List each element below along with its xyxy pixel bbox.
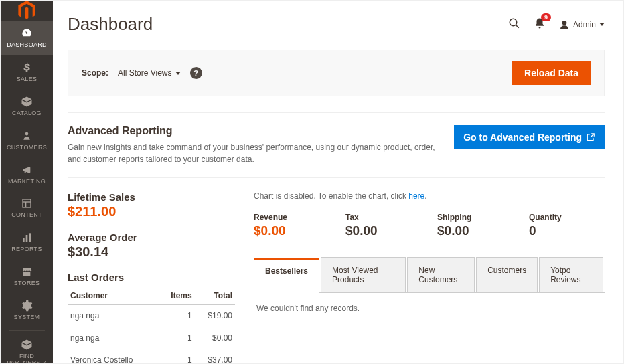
metric-value: $0.00 [437, 223, 513, 238]
nav-sales[interactable]: SALES [1, 55, 53, 89]
cell-total: $37.00 [195, 349, 235, 364]
tab-most-viewed[interactable]: Most Viewed Products [321, 257, 406, 292]
admin-label: Admin [573, 20, 596, 29]
advanced-title: Advanced Reporting [68, 125, 438, 137]
bars-icon [20, 231, 33, 244]
scope-select[interactable]: All Store Views [118, 68, 180, 78]
stat-value: $30.14 [68, 244, 235, 260]
tab-customers[interactable]: Customers [476, 257, 538, 292]
stat-value: $211.00 [68, 204, 235, 219]
chevron-down-icon [175, 72, 181, 75]
metrics-row: Revenue $0.00 Tax $0.00 Shipping $0.00 Q… [254, 213, 605, 238]
stat-title: Lifetime Sales [68, 191, 235, 203]
advanced-desc: Gain new insights and take command of yo… [68, 141, 438, 165]
svg-point-7 [510, 19, 517, 26]
cell-customer: Veronica Costello [68, 349, 159, 364]
stat-title: Average Order [68, 232, 235, 243]
svg-rect-6 [29, 234, 31, 242]
metric-value: $0.00 [345, 223, 421, 238]
metric-value: 0 [529, 223, 605, 238]
cell-customer: nga nga [68, 327, 159, 349]
cell-items: 1 [159, 305, 195, 327]
nav-label: REPORTS [11, 246, 42, 253]
admin-menu[interactable]: Admin [559, 19, 605, 30]
table-row[interactable]: Veronica Costello 1 $37.00 [68, 349, 235, 364]
nav-label: DASHBOARD [7, 42, 47, 49]
nav-content[interactable]: CONTENT [1, 191, 53, 225]
puzzle-icon [20, 338, 33, 351]
nav-stores[interactable]: STORES [1, 259, 53, 293]
svg-point-9 [562, 21, 567, 25]
svg-rect-4 [23, 238, 25, 242]
nav-dashboard[interactable]: DASHBOARD [1, 21, 53, 55]
chevron-down-icon [599, 23, 605, 26]
tab-content-empty: We couldn't find any records. [254, 293, 605, 324]
cell-items: 1 [159, 349, 195, 364]
external-link-icon [586, 132, 595, 142]
dollar-icon [20, 61, 33, 74]
page-title: Dashboard [68, 14, 153, 35]
main-content: Dashboard 9 Admin Scope: All Store Views [53, 1, 623, 363]
metric-value: $0.00 [254, 223, 329, 238]
svg-line-8 [516, 25, 519, 28]
scope-label: Scope: [82, 68, 108, 78]
cell-items: 1 [159, 327, 195, 349]
tab-bestsellers[interactable]: Bestsellers [254, 258, 319, 293]
last-orders-section: Last Orders Customer Items Total nga nga [68, 272, 235, 363]
metric-label: Tax [345, 213, 421, 222]
reload-data-button[interactable]: Reload Data [512, 61, 591, 85]
nav-label: MARKETING [8, 179, 46, 185]
nav-label: CONTENT [11, 212, 42, 219]
advanced-reporting-section: Advanced Reporting Gain new insights and… [68, 125, 605, 178]
svg-rect-5 [26, 235, 28, 242]
notif-count: 9 [541, 13, 551, 21]
advanced-button-label: Go to Advanced Reporting [463, 132, 582, 143]
nav-system[interactable]: SYSTEM [1, 293, 53, 327]
nav-marketing[interactable]: MARKETING [1, 157, 53, 191]
magento-logo[interactable] [1, 1, 53, 21]
nav-label: CATALOG [12, 110, 42, 117]
tab-new-customers[interactable]: New Customers [407, 257, 475, 292]
last-orders-title: Last Orders [68, 272, 235, 283]
nav-label: FIND PARTNERS & EXTENSIONS [7, 353, 48, 364]
col-customer: Customer [68, 287, 159, 305]
megaphone-icon [20, 163, 33, 177]
cell-customer: nga nga [68, 305, 159, 327]
col-total: Total [195, 287, 235, 305]
nav-reports[interactable]: REPORTS [1, 225, 53, 259]
advanced-reporting-button[interactable]: Go to Advanced Reporting [454, 125, 605, 149]
svg-rect-1 [23, 199, 31, 207]
table-row[interactable]: nga nga 1 $19.00 [68, 305, 235, 327]
help-icon[interactable]: ? [190, 67, 202, 79]
nav-customers[interactable]: CUSTOMERS [1, 123, 53, 157]
table-row[interactable]: nga nga 1 $0.00 [68, 327, 235, 349]
gauge-icon [20, 27, 33, 40]
svg-point-0 [25, 132, 29, 135]
scope-bar: Scope: All Store Views ? Reload Data [68, 50, 605, 96]
enable-chart-link[interactable]: here [408, 191, 424, 201]
admin-sidebar: DASHBOARD SALES CATALOG CUSTOMERS MARKET… [1, 1, 53, 363]
search-icon[interactable] [508, 17, 520, 31]
page-header: Dashboard 9 Admin [68, 14, 605, 35]
lifetime-sales-stat: Lifetime Sales $211.00 [68, 191, 235, 219]
nav-catalog[interactable]: CATALOG [1, 89, 53, 123]
metric-label: Revenue [254, 213, 329, 222]
nav-label: SALES [17, 76, 37, 83]
metric-tax: Tax $0.00 [345, 213, 421, 238]
product-tabs: Bestsellers Most Viewed Products New Cus… [254, 257, 605, 293]
nav-label: CUSTOMERS [7, 145, 47, 151]
metric-quantity: Quantity 0 [529, 213, 605, 238]
average-order-stat: Average Order $30.14 [68, 232, 235, 260]
layout-icon [20, 197, 33, 210]
box-icon [20, 95, 33, 108]
metric-revenue: Revenue $0.00 [254, 213, 329, 238]
nav-label: SYSTEM [14, 314, 40, 321]
nav-label: STORES [14, 280, 40, 287]
person-icon [20, 129, 33, 143]
nav-partners[interactable]: FIND PARTNERS & EXTENSIONS [9, 332, 45, 364]
notifications-button[interactable]: 9 [534, 17, 546, 31]
cell-total: $0.00 [195, 327, 235, 349]
store-icon [20, 265, 33, 278]
col-items: Items [159, 287, 195, 305]
tab-yotpo[interactable]: Yotpo Reviews [539, 257, 603, 292]
